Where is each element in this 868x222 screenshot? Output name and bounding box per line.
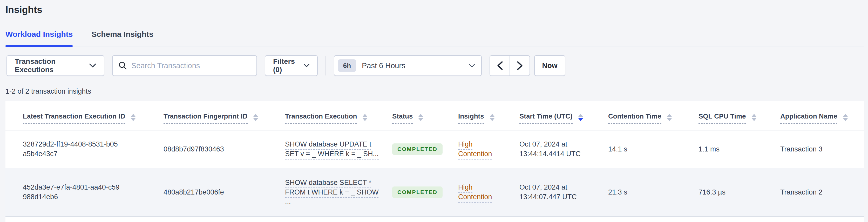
sort-icon xyxy=(363,114,367,124)
column-header-sql-cpu-time[interactable]: SQL CPU Time xyxy=(699,112,780,130)
status-badge: COMPLETED xyxy=(392,187,442,198)
tab-label: Schema Insights xyxy=(91,30,153,38)
cell-sql-cpu-time: 1.1 ms xyxy=(699,145,780,154)
insights-page: Insights Workload Insights Schema Insigh… xyxy=(0,4,868,222)
sort-icon xyxy=(131,114,135,124)
chevron-down-icon xyxy=(304,64,309,67)
previous-time-range-button[interactable] xyxy=(490,55,510,76)
chevron-left-icon xyxy=(497,61,503,70)
transaction-query-link[interactable]: SHOW database UPDATE t SET v = _ WHERE k… xyxy=(285,140,379,158)
execution-type-dropdown[interactable]: Transaction Executions xyxy=(6,55,104,76)
chevron-down-icon xyxy=(89,64,96,68)
tab-workload-insights[interactable]: Workload Insights xyxy=(5,30,73,45)
cell-application-name: Transaction 3 xyxy=(780,145,864,154)
cell-status: COMPLETED xyxy=(392,144,458,155)
tab-bar: Workload Insights Schema Insights xyxy=(5,30,864,46)
search-input[interactable] xyxy=(131,61,251,70)
next-time-range-button[interactable] xyxy=(510,55,530,76)
table-row: 452da3e7-e7fa-4801-aa40-c59988d14eb6 480… xyxy=(5,168,864,217)
cell-start-time: Oct 07, 2024 at 13:44:07.447 UTC xyxy=(519,183,608,202)
table-header-row: Latest Transaction Execution ID Transact… xyxy=(5,101,864,130)
chevron-right-icon xyxy=(517,61,523,70)
time-nav-buttons xyxy=(490,55,530,76)
table-row: 328729d2-ff19-4408-8531-b05a5b4e43c7 08d… xyxy=(5,130,864,168)
cell-contention-time: 21.3 s xyxy=(608,188,699,197)
time-range-label: Past 6 Hours xyxy=(362,61,463,70)
chevron-down-icon xyxy=(469,64,475,68)
cell-execution-id: 328729d2-ff19-4408-8531-b05a5b4e43c7 xyxy=(23,139,132,159)
toolbar: Transaction Executions Filters (0) 6h Pa… xyxy=(6,55,868,76)
toolbar-divider xyxy=(326,56,326,75)
sort-icon-descending xyxy=(578,114,583,124)
cell-insights: High Contention xyxy=(458,183,519,202)
cell-status: COMPLETED xyxy=(392,187,458,198)
column-header-transaction-fingerprint-id[interactable]: Transaction Fingerprint ID xyxy=(163,112,285,130)
sort-icon xyxy=(490,114,494,124)
cell-sql-cpu-time: 716.3 µs xyxy=(699,188,780,197)
sort-icon xyxy=(843,114,848,124)
sort-icon xyxy=(418,114,423,124)
now-button-label: Now xyxy=(542,61,557,70)
column-header-insights[interactable]: Insights xyxy=(458,112,519,130)
execution-type-dropdown-label: Transaction Executions xyxy=(15,57,85,74)
cell-fingerprint-id: 480a8b217be006fe xyxy=(163,188,285,197)
page-title: Insights xyxy=(5,4,868,16)
column-header-transaction-execution[interactable]: Transaction Execution xyxy=(285,112,392,130)
cell-insights: High Contention xyxy=(458,139,519,159)
insight-link[interactable]: High Contention xyxy=(458,139,497,159)
column-header-status[interactable]: Status xyxy=(392,112,458,130)
time-range-picker[interactable]: 6h Past 6 Hours xyxy=(334,55,482,76)
status-badge: COMPLETED xyxy=(392,144,442,155)
tab-schema-insights[interactable]: Schema Insights xyxy=(91,30,153,45)
time-range-badge: 6h xyxy=(338,59,356,72)
column-header-application-name[interactable]: Application Name xyxy=(780,112,864,130)
filters-button-label: Filters (0) xyxy=(273,57,299,74)
cell-transaction-execution: SHOW database UPDATE t SET v = _ WHERE k… xyxy=(285,139,392,159)
filters-button[interactable]: Filters (0) xyxy=(265,55,318,76)
results-count: 1-2 of 2 transaction insights xyxy=(5,87,868,95)
search-box xyxy=(112,55,257,76)
cell-contention-time: 14.1 s xyxy=(608,145,699,154)
tab-label: Workload Insights xyxy=(5,30,73,38)
column-header-start-time[interactable]: Start Time (UTC) xyxy=(519,112,608,130)
transaction-query-link[interactable]: SHOW database SELECT * FROM t WHERE k = … xyxy=(285,179,379,205)
search-icon xyxy=(118,61,127,70)
insight-link[interactable]: High Contention xyxy=(458,183,497,202)
active-tab-indicator xyxy=(5,45,73,47)
sort-icon xyxy=(667,114,672,124)
cell-start-time: Oct 07, 2024 at 13:44:14.4414 UTC xyxy=(519,139,608,159)
sort-icon xyxy=(253,114,258,124)
cell-transaction-execution: SHOW database SELECT * FROM t WHERE k = … xyxy=(285,178,392,207)
column-header-latest-transaction-execution-id[interactable]: Latest Transaction Execution ID xyxy=(23,112,163,130)
cell-fingerprint-id: 08d8b7d97f830463 xyxy=(163,145,285,154)
sort-icon xyxy=(752,114,756,124)
transaction-insights-table: Latest Transaction Execution ID Transact… xyxy=(5,101,864,222)
cell-application-name: Transaction 2 xyxy=(780,188,864,197)
column-header-contention-time[interactable]: Contention Time xyxy=(608,112,699,130)
cell-execution-id: 452da3e7-e7fa-4801-aa40-c59988d14eb6 xyxy=(23,183,132,202)
now-button[interactable]: Now xyxy=(534,55,565,76)
